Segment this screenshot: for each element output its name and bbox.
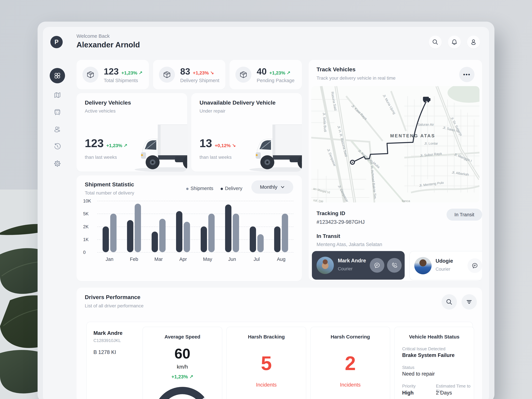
package-icon: [82, 67, 98, 83]
sidebar-item-settings[interactable]: [53, 160, 61, 168]
card-title: Delivery Vehicles: [85, 99, 131, 106]
chat-button[interactable]: [468, 258, 482, 273]
stat-card-delivery-shipment: 83 +1,23% ↘ Delivery Shipment: [153, 60, 225, 89]
chat-icon: [471, 262, 478, 269]
vehicle-health-card: Vehicle Health Status Critical Issue Det…: [394, 327, 474, 399]
section-title: Drivers Performance: [85, 294, 140, 300]
bar-shipments-jun: [233, 214, 239, 252]
bar-shipments-mar: [159, 219, 165, 252]
y-tick: 5K: [83, 211, 95, 216]
drivers-search-button[interactable]: [442, 294, 457, 310]
trend-down-icon: ↘: [210, 70, 214, 76]
card-subtitle: Active vehicles: [85, 108, 115, 114]
card-subtitle: Under repair: [200, 108, 225, 114]
chart-legend: Shipments Delivery: [186, 186, 242, 191]
section-subtitle: List of all driver performance: [85, 303, 144, 309]
incident-count: 5: [227, 352, 306, 374]
profile-button[interactable]: [467, 36, 480, 49]
metric-title: Harsh Bracking: [227, 334, 306, 340]
stat-value: 83: [180, 66, 190, 76]
stat-card-pending-package: 40 +1,23% ↗ Pending Package: [229, 60, 302, 89]
sidebar-item-dashboard[interactable]: [50, 68, 65, 83]
sidebar-item-vehicles[interactable]: [53, 108, 61, 116]
sidebar-item-map[interactable]: [53, 91, 61, 99]
track-vehicles-card: Track Vehicles Track your delivery vehic…: [309, 60, 482, 281]
courier-card-mark-andre[interactable]: Mark Andre Courier: [312, 251, 405, 280]
card-subtitle: Track your delivery vehicle in real time: [317, 76, 395, 81]
trend-down-icon: ↘: [232, 143, 236, 148]
avatar: [414, 257, 431, 274]
sidebar-item-history[interactable]: [53, 142, 61, 151]
x-tick-jul: Jul: [244, 257, 269, 262]
x-tick-feb: Feb: [122, 257, 146, 262]
package-icon: [159, 67, 175, 83]
eta-value: 2 Days: [436, 390, 452, 396]
driver-row[interactable]: Mark Andre C1283910JKL B 1278 KI Average…: [86, 322, 473, 399]
tracking-id-value: #123423-29-987GHJ: [317, 219, 365, 225]
driver-id: C1283910JKL: [93, 338, 121, 343]
map-area-label: MENTENG ATAS: [390, 133, 435, 138]
issue-label: Critical Issue Detected: [402, 346, 445, 351]
bar-delivery-may: [201, 226, 207, 252]
x-tick-mar: Mar: [146, 257, 171, 262]
drivers-filter-button[interactable]: [462, 294, 477, 310]
average-speed-card: Average Speed 60 km/h +1,23% ↗: [142, 327, 222, 399]
card-title: Unavailable Delivery Vehicle: [200, 99, 275, 106]
speed-value: 60: [143, 345, 222, 362]
search-button[interactable]: [429, 36, 442, 49]
courier-name: Udogie: [436, 258, 453, 264]
filter-icon: [466, 298, 473, 305]
period-dropdown[interactable]: Monthly: [251, 180, 293, 194]
unavailable-vehicles-card: Unavailable Delivery Vehicle Under repai…: [191, 93, 302, 171]
card-title: Track Vehicles: [317, 66, 355, 73]
stat-delta: +1,23% ↗: [121, 70, 142, 76]
sidebar-item-drivers[interactable]: [53, 125, 61, 133]
speed-gauge: [151, 380, 214, 399]
bar-delivery-aug: [274, 226, 280, 252]
priority-value: High: [402, 390, 414, 396]
courier-card-udogie[interactable]: Udogie Courier: [409, 251, 482, 280]
bar-delivery-jan: [103, 226, 109, 252]
gear-icon: [54, 160, 61, 167]
legend-shipments: Shipments: [186, 186, 213, 191]
x-tick-may: May: [195, 257, 220, 262]
incident-label: Incidents: [227, 382, 306, 388]
x-tick-aug: Aug: [269, 257, 294, 262]
chevron-down-icon: [280, 185, 285, 189]
y-tick: 10K: [83, 198, 95, 204]
history-icon: [54, 143, 61, 150]
bar-delivery-jun: [225, 204, 231, 252]
map-icon: [54, 91, 61, 99]
chart-x-axis: JanFebMarAprMayJunJulAug: [97, 257, 293, 263]
delivery-vehicles-card: Delivery Vehicles Active vehicles 123 +1…: [76, 93, 187, 171]
incident-count: 2: [311, 352, 390, 374]
search-icon: [432, 39, 439, 45]
metric-title: Harsh Cornering: [311, 334, 390, 340]
vehicle-note: than last weeks: [200, 155, 232, 160]
trend-up-icon: ↗: [124, 143, 127, 148]
user-icon: [470, 39, 477, 45]
notifications-button[interactable]: [448, 36, 461, 49]
bar-shipments-apr: [184, 222, 190, 252]
legend-delivery: Delivery: [221, 186, 242, 191]
map-view[interactable]: MENTENG ATAS Rasuna Said Jl. Setia Budi …: [311, 86, 480, 203]
status-value: Need to repair: [402, 371, 435, 377]
status-badge: In Transit: [447, 209, 482, 221]
stat-delta: +1,23% ↗: [269, 70, 291, 76]
avatar: [317, 257, 334, 274]
street-label: Jl. Lontar: [424, 142, 438, 145]
tracking-id-label: Tracking ID: [317, 210, 345, 216]
speed-delta: +1,23% ↗: [143, 374, 222, 380]
x-tick-jun: Jun: [220, 257, 245, 262]
more-options-button[interactable]: •••: [459, 67, 475, 82]
legend-dot: [186, 188, 189, 190]
stat-label: Total Shipments: [104, 78, 142, 83]
incident-label: Incidents: [311, 382, 390, 388]
chat-button[interactable]: [370, 258, 384, 273]
stat-label: Delivery Shipment: [180, 78, 219, 83]
bar-delivery-mar: [152, 232, 158, 252]
stat-value: 123: [104, 66, 119, 76]
call-button[interactable]: [387, 258, 402, 273]
x-tick-apr: Apr: [171, 257, 196, 262]
driver-name: Mark Andre: [93, 330, 122, 336]
